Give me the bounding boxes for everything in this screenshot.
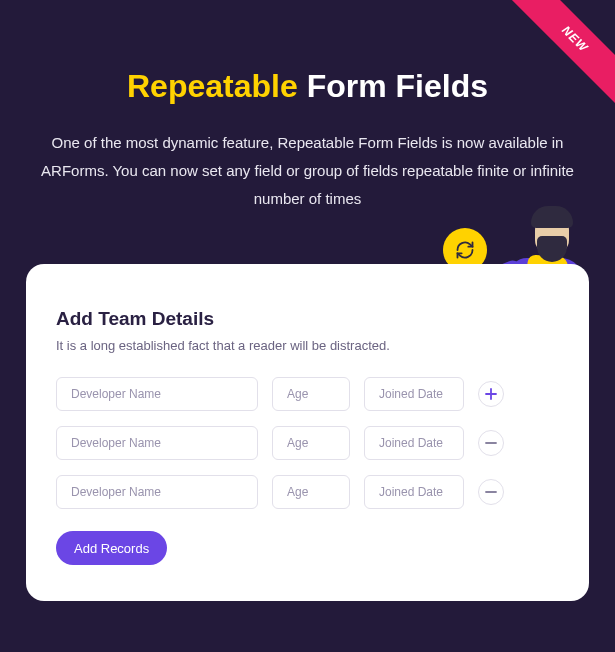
joined-date-input[interactable]: Joined Date xyxy=(364,426,464,460)
developer-name-input[interactable]: Developer Name xyxy=(56,475,258,509)
add-row-button[interactable] xyxy=(478,381,504,407)
age-input[interactable]: Age xyxy=(272,426,350,460)
form-row: Developer Name Age Joined Date xyxy=(56,426,559,460)
remove-row-button[interactable] xyxy=(478,430,504,456)
developer-name-input[interactable]: Developer Name xyxy=(56,426,258,460)
form-card: Add Team Details It is a long establishe… xyxy=(26,264,589,601)
age-input[interactable]: Age xyxy=(272,475,350,509)
card-subtitle: It is a long established fact that a rea… xyxy=(56,338,559,353)
form-rows: Developer Name Age Joined Date Developer… xyxy=(56,377,559,509)
page-title-rest: Form Fields xyxy=(298,68,488,104)
form-row: Developer Name Age Joined Date xyxy=(56,475,559,509)
age-input[interactable]: Age xyxy=(272,377,350,411)
minus-icon xyxy=(485,437,497,449)
remove-row-button[interactable] xyxy=(478,479,504,505)
developer-name-input[interactable]: Developer Name xyxy=(56,377,258,411)
joined-date-input[interactable]: Joined Date xyxy=(364,475,464,509)
joined-date-input[interactable]: Joined Date xyxy=(364,377,464,411)
card-title: Add Team Details xyxy=(56,308,559,330)
form-row: Developer Name Age Joined Date xyxy=(56,377,559,411)
new-ribbon-label: NEW xyxy=(506,0,615,108)
page-title-accent: Repeatable xyxy=(127,68,298,104)
minus-icon xyxy=(485,486,497,498)
plus-icon xyxy=(485,388,497,400)
new-ribbon: NEW xyxy=(495,0,615,120)
add-records-button[interactable]: Add Records xyxy=(56,531,167,565)
page-description: One of the most dynamic feature, Repeata… xyxy=(40,129,575,212)
